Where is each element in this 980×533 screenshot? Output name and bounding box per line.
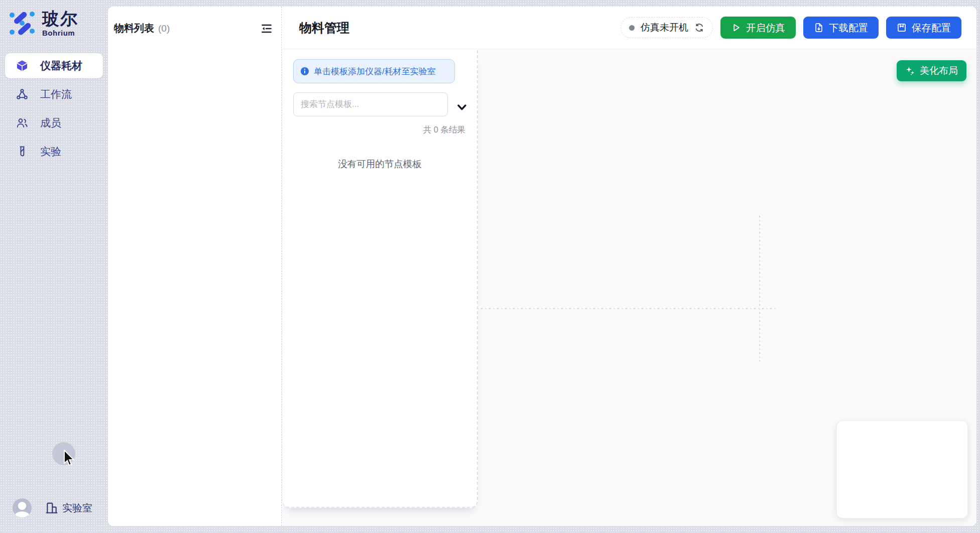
refresh-icon[interactable] [694,23,704,33]
empty-templates-text: 没有可用的节点模板 [283,158,477,170]
material-list-panel: 物料列表 (0) [108,7,281,526]
sidebar-item-instruments[interactable]: 仪器耗材 [5,53,103,78]
download-config-label: 下载配置 [829,21,868,35]
info-icon [300,67,309,76]
sidebar-item-label: 成员 [40,116,61,130]
file-download-icon [814,23,824,33]
alignment-guide-vertical [759,216,760,361]
mouse-cursor [63,450,74,468]
page-header: 物料管理 仿真未开机 开启仿真 [282,7,976,49]
lab-label: 实验室 [62,501,92,515]
minimap-panel[interactable] [836,421,968,518]
cube-icon [16,60,28,72]
beautify-layout-button[interactable]: 美化布局 [897,60,966,81]
building-icon [45,501,58,514]
sidebar: 玻尔 Bohrium 仪器耗材 工作流 [0,0,108,533]
template-search-input[interactable] [293,92,448,116]
sidebar-item-members[interactable]: 成员 [5,110,103,136]
page-title: 物料管理 [299,20,349,36]
bohrium-logo-icon [8,9,36,37]
save-config-label: 保存配置 [912,21,951,35]
status-dot-icon [629,25,635,31]
brand-name-en: Bohrium [42,29,78,37]
save-icon [897,23,907,33]
search-results-count: 共 0 条结果 [423,124,465,136]
start-simulation-button[interactable]: 开启仿真 [720,17,796,39]
members-icon [16,117,28,129]
material-list-count: (0) [158,23,170,34]
workspace-canvas[interactable]: 单击模板添加仪器/耗材至实验室 共 0 条结果 没有可用的节点模板 美化布局 [282,49,976,526]
sidebar-item-label: 工作流 [40,87,72,101]
brand-name-zh: 玻尔 [42,9,78,28]
sparkles-icon [905,66,915,76]
start-simulation-label: 开启仿真 [746,21,785,35]
save-config-button[interactable]: 保存配置 [886,17,961,39]
beautify-layout-label: 美化布局 [920,64,958,77]
sidebar-nav: 仪器耗材 工作流 成员 [0,53,108,164]
template-panel: 单击模板添加仪器/耗材至实验室 共 0 条结果 没有可用的节点模板 [283,49,478,508]
app-root: 玻尔 Bohrium 仪器耗材 工作流 [0,0,980,533]
alignment-guide-horizontal [473,308,778,309]
sidebar-footer: 实验室 [0,497,108,519]
sidebar-item-label: 实验 [40,145,61,159]
download-config-button[interactable]: 下载配置 [803,17,879,39]
collapse-panel-icon[interactable] [260,22,273,35]
status-label: 仿真未开机 [641,21,688,34]
header-actions: 仿真未开机 开启仿真 [621,17,961,39]
brand-logo[interactable]: 玻尔 Bohrium [8,9,78,37]
chevron-down-icon[interactable] [455,101,468,113]
sidebar-item-workflow[interactable]: 工作流 [5,82,103,107]
workflow-icon [16,88,28,100]
material-list-title: 物料列表 [114,22,154,35]
lab-link[interactable]: 实验室 [45,501,92,515]
sidebar-item-label: 仪器耗材 [40,59,82,73]
template-hint-text: 单击模板添加仪器/耗材至实验室 [314,66,436,77]
sidebar-item-experiment[interactable]: 实验 [5,139,103,164]
main-area: 物料管理 仿真未开机 开启仿真 [281,7,976,526]
material-list-header: 物料列表 (0) [108,7,281,35]
simulation-status-pill[interactable]: 仿真未开机 [621,17,713,38]
play-icon [731,23,741,33]
experiment-icon [16,146,28,158]
template-hint-banner: 单击模板添加仪器/耗材至实验室 [293,59,455,83]
user-avatar[interactable] [13,498,32,517]
